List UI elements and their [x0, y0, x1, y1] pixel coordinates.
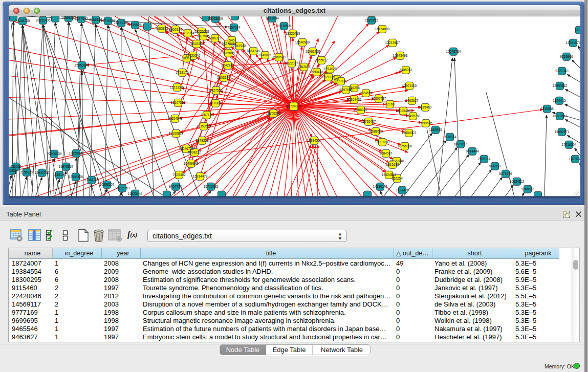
svg-text:1362615: 1362615	[297, 64, 311, 68]
svg-text:15692971: 15692971	[555, 129, 570, 133]
svg-text:8938914: 8938914	[443, 135, 456, 138]
svg-text:10120746: 10120746	[389, 159, 404, 162]
svg-text:7632621: 7632621	[488, 164, 502, 167]
svg-text:2156829: 2156829	[20, 170, 33, 173]
svg-text:10648784: 10648784	[446, 49, 461, 53]
svg-text:7357224: 7357224	[227, 25, 241, 29]
svg-text:62160: 62160	[385, 102, 395, 105]
svg-text:2718176: 2718176	[176, 70, 189, 74]
svg-text:12213383: 12213383	[170, 85, 185, 89]
svg-text:19654923: 19654923	[402, 130, 417, 134]
svg-text:8427552: 8427552	[209, 88, 223, 92]
svg-text:7515526: 7515526	[128, 23, 142, 26]
svg-text:19975867: 19975867	[59, 164, 74, 168]
svg-text:10853287: 10853287	[61, 16, 76, 19]
svg-text:20364436: 20364436	[347, 97, 362, 101]
svg-text:11923446: 11923446	[128, 191, 143, 195]
svg-text:19218506: 19218506	[277, 24, 292, 27]
svg-text:1244415: 1244415	[553, 98, 566, 102]
svg-text:20206535: 20206535	[47, 151, 62, 155]
svg-text:15751074: 15751074	[566, 40, 580, 44]
svg-text:16914479: 16914479	[193, 174, 208, 178]
svg-text:1167534: 1167534	[569, 157, 580, 160]
svg-text:16495758: 16495758	[406, 114, 421, 117]
svg-text:16543382: 16543382	[189, 41, 204, 45]
svg-text:9777109: 9777109	[334, 79, 347, 82]
svg-text:9146821: 9146821	[258, 53, 272, 56]
svg-text:16961758: 16961758	[306, 49, 320, 53]
svg-text:2803144: 2803144	[217, 75, 230, 79]
svg-text:435051: 435051	[10, 164, 21, 168]
svg-text:1145194: 1145194	[53, 172, 66, 176]
svg-text:98961: 98961	[182, 56, 191, 59]
svg-text:9329966: 9329966	[560, 54, 573, 58]
svg-text:8454749: 8454749	[247, 49, 260, 52]
svg-text:12975115: 12975115	[402, 83, 417, 87]
svg-text:17016504: 17016504	[562, 142, 577, 146]
svg-text:14055715: 14055715	[15, 18, 30, 22]
svg-text:13524851: 13524851	[382, 172, 397, 176]
svg-text:16154808: 16154808	[375, 27, 390, 30]
svg-text:15716485: 15716485	[204, 184, 219, 188]
svg-text:417004: 417004	[210, 101, 221, 104]
svg-text:8912954: 8912954	[181, 31, 194, 34]
svg-text:9794028: 9794028	[323, 67, 337, 70]
svg-text:16409948: 16409948	[184, 161, 199, 165]
svg-text:19166827: 19166827	[169, 131, 184, 135]
svg-text:10025458: 10025458	[396, 108, 411, 112]
svg-text:25053346: 25053346	[75, 63, 90, 67]
svg-text:9474444: 9474444	[466, 149, 479, 152]
svg-text:17957225: 17957225	[84, 178, 99, 181]
svg-text:3215958: 3215958	[540, 106, 554, 110]
svg-text:8878352: 8878352	[195, 138, 209, 142]
svg-text:1588520: 1588520	[272, 55, 286, 58]
svg-text:10046738: 10046738	[179, 146, 194, 150]
svg-text:1640935: 1640935	[429, 127, 442, 131]
svg-text:12213967: 12213967	[385, 40, 400, 44]
svg-text:1527602: 1527602	[75, 16, 88, 20]
svg-text:10688609: 10688609	[368, 129, 383, 133]
svg-text:3267130: 3267130	[200, 113, 213, 116]
svg-text:12505135: 12505135	[69, 174, 83, 178]
svg-text:8813054: 8813054	[266, 16, 279, 20]
svg-text:10958107: 10958107	[100, 182, 115, 186]
svg-text:15720407: 15720407	[361, 119, 376, 123]
svg-text:9115460: 9115460	[419, 105, 432, 108]
svg-text:391551: 391551	[9, 168, 17, 172]
svg-text:12093852: 12093852	[553, 83, 568, 87]
svg-text:1615132: 1615132	[386, 162, 399, 166]
svg-text:7485063: 7485063	[399, 68, 412, 71]
svg-text:7386322: 7386322	[354, 107, 367, 111]
svg-text:11171: 11171	[575, 28, 580, 31]
svg-text:9327505: 9327505	[197, 34, 210, 37]
svg-text:16033809: 16033809	[208, 16, 223, 20]
svg-text:2935114: 2935114	[478, 157, 491, 160]
svg-text:9245652: 9245652	[521, 187, 534, 190]
svg-text:8186323: 8186323	[208, 36, 222, 39]
svg-text:10973493: 10973493	[393, 53, 408, 57]
svg-text:12353594: 12353594	[197, 124, 211, 127]
svg-text:18807249: 18807249	[375, 140, 390, 143]
svg-text:10654943: 10654943	[168, 116, 183, 120]
svg-text:8990448: 8990448	[310, 70, 323, 73]
svg-text:10756928: 10756928	[398, 144, 412, 147]
svg-text:1621075: 1621075	[322, 75, 335, 78]
svg-text:3675685: 3675685	[222, 51, 235, 54]
svg-text:13325419: 13325419	[286, 31, 300, 35]
svg-text:9457791: 9457791	[169, 184, 182, 188]
svg-text:8960124: 8960124	[169, 27, 182, 31]
svg-text:9084067: 9084067	[379, 151, 393, 155]
svg-text:16671355: 16671355	[114, 20, 129, 24]
svg-text:3624554: 3624554	[359, 91, 373, 94]
svg-text:16107553: 16107553	[171, 100, 186, 104]
svg-text:6879197: 6879197	[454, 142, 467, 145]
svg-text:10654112: 10654112	[510, 179, 525, 183]
svg-text:0699695: 0699695	[419, 121, 432, 124]
svg-text:14136141: 14136141	[373, 184, 388, 188]
svg-text:8471676: 8471676	[499, 171, 512, 175]
svg-text:746206: 746206	[349, 85, 360, 89]
svg-text:17359924: 17359924	[69, 151, 84, 155]
svg-text:7955812: 7955812	[315, 58, 328, 61]
svg-text:2367608: 2367608	[233, 43, 246, 47]
svg-text:13226058: 13226058	[194, 29, 209, 33]
